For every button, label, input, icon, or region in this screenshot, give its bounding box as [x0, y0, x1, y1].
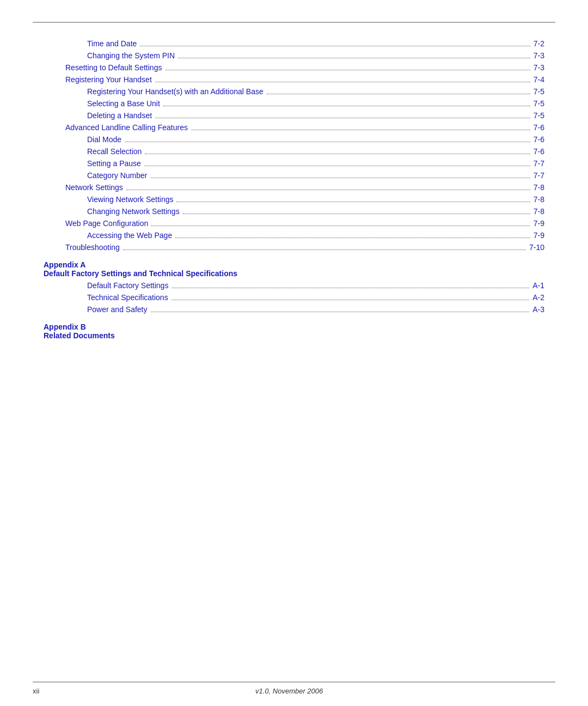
toc-entry-page: 7-5: [534, 87, 544, 96]
appendix-entry-page: A-2: [532, 293, 544, 302]
toc-entry-label: Recall Selection: [87, 147, 142, 156]
toc-dots: [267, 94, 530, 94]
appendix-a-entry: Default Factory SettingsA-1: [44, 281, 544, 290]
toc-entry-label: Viewing Network Settings: [87, 195, 173, 204]
toc-entry-page: 7-3: [534, 51, 544, 60]
appendix-a-title-line1: Appendix A: [44, 260, 544, 269]
toc-entry: Viewing Network Settings7-8: [44, 195, 544, 204]
appendix-a-title-line2: Default Factory Settings and Technical S…: [44, 269, 544, 278]
appendix-entry-label: Default Factory Settings: [87, 281, 168, 290]
toc-entry-page: 7-10: [529, 243, 544, 252]
appendix-a-entries: Default Factory SettingsA-1Technical Spe…: [44, 281, 544, 314]
appendix-b-title-line1: Appendix B: [44, 322, 544, 331]
footer-version: v1.0, November 2006: [39, 687, 539, 695]
toc-entry: Web Page Configuration7-9: [44, 219, 544, 228]
toc-entry-page: 7-2: [534, 39, 544, 48]
bottom-border: [33, 681, 555, 683]
toc-entry: Recall Selection7-6: [44, 147, 544, 156]
toc-entry-page: 7-3: [534, 63, 544, 72]
toc-entry-label: Selecting a Base Unit: [87, 99, 160, 108]
toc-entry: Registering Your Handset(s) with an Addi…: [44, 87, 544, 96]
toc-entries: Time and Date7-2Changing the System PIN7…: [44, 39, 544, 252]
toc-entry-label: Web Page Configuration: [65, 219, 148, 228]
appendix-b-header: Appendix B Related Documents: [44, 322, 544, 340]
toc-entry: Dial Mode7-6: [44, 135, 544, 144]
footer-row: xii v1.0, November 2006: [33, 687, 555, 695]
toc-dots: [176, 202, 530, 202]
toc-entry: Network Settings7-8: [44, 183, 544, 192]
toc-entry: Changing Network Settings7-8: [44, 207, 544, 216]
appendix-entry-page: A-1: [532, 281, 544, 290]
toc-entry-page: 7-4: [534, 75, 544, 84]
toc-entry-page: 7-5: [534, 99, 544, 108]
toc-entry: Category Number7-7: [44, 171, 544, 180]
appendix-b-title-line2: Related Documents: [44, 331, 544, 340]
toc-entry-label: Network Settings: [65, 183, 123, 192]
toc-entry: Changing the System PIN7-3: [44, 51, 544, 60]
footer-page-number: xii: [33, 687, 39, 695]
toc-entry: Selecting a Base Unit7-5: [44, 99, 544, 108]
toc-dots: [163, 106, 530, 106]
toc-entry-label: Changing Network Settings: [87, 207, 180, 216]
toc-entry-page: 7-8: [534, 183, 544, 192]
toc-entry-label: Accessing the Web Page: [87, 231, 172, 240]
toc-dots: [183, 214, 530, 214]
toc-entry-page: 7-5: [534, 111, 544, 120]
toc-dots: [175, 238, 530, 238]
toc-entry-page: 7-6: [534, 135, 544, 144]
toc-entry-label: Resetting to Default Settings: [65, 63, 162, 72]
toc-dots: [165, 70, 530, 70]
toc-entry-page: 7-8: [534, 195, 544, 204]
toc-dots: [125, 142, 530, 142]
page-container: Time and Date7-2Changing the System PIN7…: [0, 0, 588, 706]
top-border: [33, 22, 555, 23]
toc-entry-label: Time and Date: [87, 39, 137, 48]
toc-dots: [123, 249, 526, 250]
toc-entry-label: Dial Mode: [87, 135, 121, 144]
toc-dots: [191, 130, 530, 130]
toc-dots: [151, 312, 530, 312]
toc-dots: [151, 226, 530, 226]
toc-dots: [155, 118, 530, 118]
toc-entry-label: Deleting a Handset: [87, 111, 152, 120]
toc-dots: [171, 300, 530, 300]
toc-entry-label: Registering Your Handset: [65, 75, 152, 84]
appendix-a-entry: Technical SpecificationsA-2: [44, 293, 544, 302]
appendix-entry-label: Power and Safety: [87, 305, 148, 314]
toc-entry-page: 7-8: [534, 207, 544, 216]
toc-entry: Time and Date7-2: [44, 39, 544, 48]
appendix-a-entry: Power and SafetyA-3: [44, 305, 544, 314]
toc-entry-page: 7-6: [534, 147, 544, 156]
toc-entry: Deleting a Handset7-5: [44, 111, 544, 120]
toc-dots: [140, 46, 530, 46]
toc-dots: [151, 178, 530, 178]
appendix-entry-page: A-3: [532, 305, 544, 314]
appendix-entry-label: Technical Specifications: [87, 293, 168, 302]
toc-entry-label: Registering Your Handset(s) with an Addi…: [87, 87, 264, 96]
toc-content: Time and Date7-2Changing the System PIN7…: [33, 39, 555, 340]
toc-entry-page: 7-7: [534, 171, 544, 180]
toc-entry-page: 7-7: [534, 159, 544, 168]
toc-dots: [178, 58, 530, 58]
toc-dots: [144, 166, 530, 166]
toc-entry: Resetting to Default Settings7-3: [44, 63, 544, 72]
toc-dots: [155, 82, 530, 82]
toc-entry-label: Changing the System PIN: [87, 51, 175, 60]
toc-entry: Registering Your Handset7-4: [44, 75, 544, 84]
bottom-section: xii v1.0, November 2006: [0, 681, 588, 706]
toc-entry-page: 7-6: [534, 123, 544, 132]
toc-entry: Advanced Landline Calling Features7-6: [44, 123, 544, 132]
toc-entry: Setting a Pause7-7: [44, 159, 544, 168]
toc-entry-label: Category Number: [87, 171, 148, 180]
toc-entry-label: Advanced Landline Calling Features: [65, 123, 188, 132]
toc-dots: [171, 288, 529, 288]
toc-dots: [145, 154, 530, 154]
toc-entry-label: Troubleshooting: [65, 243, 120, 252]
toc-entry-page: 7-9: [534, 219, 544, 228]
toc-entry-page: 7-9: [534, 231, 544, 240]
toc-entry: Troubleshooting7-10: [44, 243, 544, 252]
appendix-a-header: Appendix A Default Factory Settings and …: [44, 260, 544, 278]
toc-dots: [126, 190, 530, 190]
toc-entry: Accessing the Web Page7-9: [44, 231, 544, 240]
toc-entry-label: Setting a Pause: [87, 159, 141, 168]
